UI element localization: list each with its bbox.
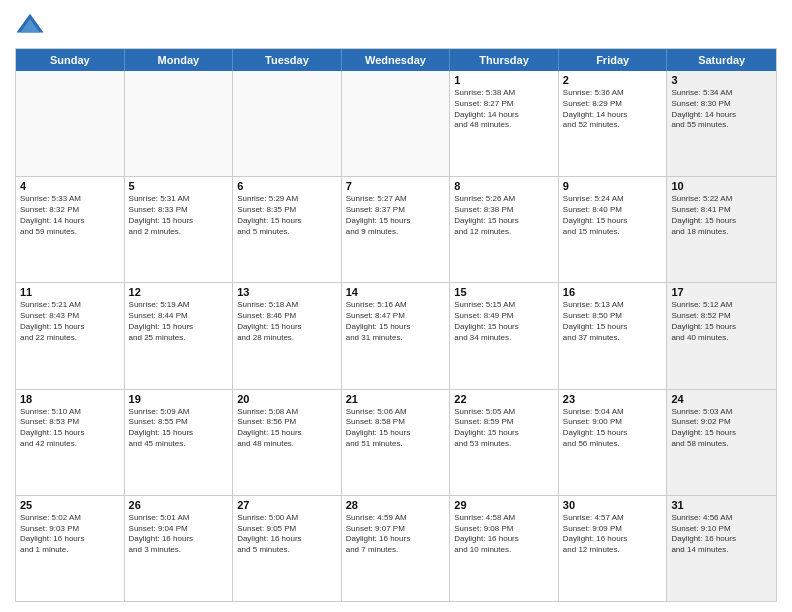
cal-cell-day-4: 4Sunrise: 5:33 AM Sunset: 8:32 PM Daylig…: [16, 177, 125, 282]
day-number: 8: [454, 180, 554, 192]
cal-cell-day-9: 9Sunrise: 5:24 AM Sunset: 8:40 PM Daylig…: [559, 177, 668, 282]
cell-info: Sunrise: 5:13 AM Sunset: 8:50 PM Dayligh…: [563, 300, 663, 343]
cell-info: Sunrise: 4:57 AM Sunset: 9:09 PM Dayligh…: [563, 513, 663, 556]
cal-cell-day-25: 25Sunrise: 5:02 AM Sunset: 9:03 PM Dayli…: [16, 496, 125, 601]
day-number: 9: [563, 180, 663, 192]
day-number: 25: [20, 499, 120, 511]
cell-info: Sunrise: 5:19 AM Sunset: 8:44 PM Dayligh…: [129, 300, 229, 343]
cal-cell-day-3: 3Sunrise: 5:34 AM Sunset: 8:30 PM Daylig…: [667, 71, 776, 176]
cell-info: Sunrise: 5:31 AM Sunset: 8:33 PM Dayligh…: [129, 194, 229, 237]
day-number: 24: [671, 393, 772, 405]
day-number: 19: [129, 393, 229, 405]
cal-cell-day-20: 20Sunrise: 5:08 AM Sunset: 8:56 PM Dayli…: [233, 390, 342, 495]
cal-cell-day-11: 11Sunrise: 5:21 AM Sunset: 8:43 PM Dayli…: [16, 283, 125, 388]
page: SundayMondayTuesdayWednesdayThursdayFrid…: [0, 0, 792, 612]
cell-info: Sunrise: 4:59 AM Sunset: 9:07 PM Dayligh…: [346, 513, 446, 556]
cal-cell-day-5: 5Sunrise: 5:31 AM Sunset: 8:33 PM Daylig…: [125, 177, 234, 282]
cal-cell-day-29: 29Sunrise: 4:58 AM Sunset: 9:08 PM Dayli…: [450, 496, 559, 601]
day-number: 11: [20, 286, 120, 298]
cell-info: Sunrise: 5:33 AM Sunset: 8:32 PM Dayligh…: [20, 194, 120, 237]
cell-info: Sunrise: 5:16 AM Sunset: 8:47 PM Dayligh…: [346, 300, 446, 343]
day-number: 3: [671, 74, 772, 86]
calendar-header: SundayMondayTuesdayWednesdayThursdayFrid…: [16, 49, 776, 71]
cal-cell-day-19: 19Sunrise: 5:09 AM Sunset: 8:55 PM Dayli…: [125, 390, 234, 495]
cell-info: Sunrise: 5:34 AM Sunset: 8:30 PM Dayligh…: [671, 88, 772, 131]
cal-cell-day-14: 14Sunrise: 5:16 AM Sunset: 8:47 PM Dayli…: [342, 283, 451, 388]
cal-cell-day-1: 1Sunrise: 5:38 AM Sunset: 8:27 PM Daylig…: [450, 71, 559, 176]
header-day-saturday: Saturday: [667, 49, 776, 71]
day-number: 4: [20, 180, 120, 192]
day-number: 15: [454, 286, 554, 298]
cell-info: Sunrise: 5:05 AM Sunset: 8:59 PM Dayligh…: [454, 407, 554, 450]
header: [15, 10, 777, 40]
cell-info: Sunrise: 5:15 AM Sunset: 8:49 PM Dayligh…: [454, 300, 554, 343]
cell-info: Sunrise: 5:08 AM Sunset: 8:56 PM Dayligh…: [237, 407, 337, 450]
cell-info: Sunrise: 5:22 AM Sunset: 8:41 PM Dayligh…: [671, 194, 772, 237]
cal-cell-day-24: 24Sunrise: 5:03 AM Sunset: 9:02 PM Dayli…: [667, 390, 776, 495]
cell-info: Sunrise: 5:29 AM Sunset: 8:35 PM Dayligh…: [237, 194, 337, 237]
calendar: SundayMondayTuesdayWednesdayThursdayFrid…: [15, 48, 777, 602]
cell-info: Sunrise: 5:10 AM Sunset: 8:53 PM Dayligh…: [20, 407, 120, 450]
day-number: 20: [237, 393, 337, 405]
day-number: 22: [454, 393, 554, 405]
header-day-wednesday: Wednesday: [342, 49, 451, 71]
cell-info: Sunrise: 5:12 AM Sunset: 8:52 PM Dayligh…: [671, 300, 772, 343]
cell-info: Sunrise: 5:01 AM Sunset: 9:04 PM Dayligh…: [129, 513, 229, 556]
cal-cell-day-18: 18Sunrise: 5:10 AM Sunset: 8:53 PM Dayli…: [16, 390, 125, 495]
cell-info: Sunrise: 5:02 AM Sunset: 9:03 PM Dayligh…: [20, 513, 120, 556]
day-number: 1: [454, 74, 554, 86]
day-number: 30: [563, 499, 663, 511]
cal-cell-day-21: 21Sunrise: 5:06 AM Sunset: 8:58 PM Dayli…: [342, 390, 451, 495]
cell-info: Sunrise: 5:38 AM Sunset: 8:27 PM Dayligh…: [454, 88, 554, 131]
cal-cell-day-2: 2Sunrise: 5:36 AM Sunset: 8:29 PM Daylig…: [559, 71, 668, 176]
cell-info: Sunrise: 5:03 AM Sunset: 9:02 PM Dayligh…: [671, 407, 772, 450]
day-number: 17: [671, 286, 772, 298]
day-number: 10: [671, 180, 772, 192]
cal-cell-day-27: 27Sunrise: 5:00 AM Sunset: 9:05 PM Dayli…: [233, 496, 342, 601]
day-number: 27: [237, 499, 337, 511]
day-number: 5: [129, 180, 229, 192]
cal-cell-day-26: 26Sunrise: 5:01 AM Sunset: 9:04 PM Dayli…: [125, 496, 234, 601]
day-number: 7: [346, 180, 446, 192]
cal-cell-day-13: 13Sunrise: 5:18 AM Sunset: 8:46 PM Dayli…: [233, 283, 342, 388]
cal-cell-day-6: 6Sunrise: 5:29 AM Sunset: 8:35 PM Daylig…: [233, 177, 342, 282]
cal-cell-day-10: 10Sunrise: 5:22 AM Sunset: 8:41 PM Dayli…: [667, 177, 776, 282]
day-number: 26: [129, 499, 229, 511]
header-day-tuesday: Tuesday: [233, 49, 342, 71]
cal-cell-empty-0-2: [233, 71, 342, 176]
cal-cell-day-16: 16Sunrise: 5:13 AM Sunset: 8:50 PM Dayli…: [559, 283, 668, 388]
header-day-thursday: Thursday: [450, 49, 559, 71]
day-number: 23: [563, 393, 663, 405]
cal-cell-day-30: 30Sunrise: 4:57 AM Sunset: 9:09 PM Dayli…: [559, 496, 668, 601]
cell-info: Sunrise: 5:04 AM Sunset: 9:00 PM Dayligh…: [563, 407, 663, 450]
cell-info: Sunrise: 5:36 AM Sunset: 8:29 PM Dayligh…: [563, 88, 663, 131]
day-number: 29: [454, 499, 554, 511]
cal-cell-day-8: 8Sunrise: 5:26 AM Sunset: 8:38 PM Daylig…: [450, 177, 559, 282]
cal-row-4: 25Sunrise: 5:02 AM Sunset: 9:03 PM Dayli…: [16, 495, 776, 601]
cal-cell-empty-0-3: [342, 71, 451, 176]
cal-cell-empty-0-1: [125, 71, 234, 176]
cal-cell-day-17: 17Sunrise: 5:12 AM Sunset: 8:52 PM Dayli…: [667, 283, 776, 388]
cal-cell-day-23: 23Sunrise: 5:04 AM Sunset: 9:00 PM Dayli…: [559, 390, 668, 495]
calendar-body: 1Sunrise: 5:38 AM Sunset: 8:27 PM Daylig…: [16, 71, 776, 601]
cal-cell-day-22: 22Sunrise: 5:05 AM Sunset: 8:59 PM Dayli…: [450, 390, 559, 495]
day-number: 31: [671, 499, 772, 511]
cal-row-0: 1Sunrise: 5:38 AM Sunset: 8:27 PM Daylig…: [16, 71, 776, 176]
cell-info: Sunrise: 5:26 AM Sunset: 8:38 PM Dayligh…: [454, 194, 554, 237]
cal-cell-day-31: 31Sunrise: 4:56 AM Sunset: 9:10 PM Dayli…: [667, 496, 776, 601]
cal-cell-day-28: 28Sunrise: 4:59 AM Sunset: 9:07 PM Dayli…: [342, 496, 451, 601]
cell-info: Sunrise: 5:27 AM Sunset: 8:37 PM Dayligh…: [346, 194, 446, 237]
cell-info: Sunrise: 5:09 AM Sunset: 8:55 PM Dayligh…: [129, 407, 229, 450]
cell-info: Sunrise: 5:06 AM Sunset: 8:58 PM Dayligh…: [346, 407, 446, 450]
header-day-friday: Friday: [559, 49, 668, 71]
cal-cell-empty-0-0: [16, 71, 125, 176]
cal-row-2: 11Sunrise: 5:21 AM Sunset: 8:43 PM Dayli…: [16, 282, 776, 388]
cell-info: Sunrise: 5:24 AM Sunset: 8:40 PM Dayligh…: [563, 194, 663, 237]
day-number: 13: [237, 286, 337, 298]
cal-cell-day-12: 12Sunrise: 5:19 AM Sunset: 8:44 PM Dayli…: [125, 283, 234, 388]
cal-row-3: 18Sunrise: 5:10 AM Sunset: 8:53 PM Dayli…: [16, 389, 776, 495]
cell-info: Sunrise: 4:58 AM Sunset: 9:08 PM Dayligh…: [454, 513, 554, 556]
cal-cell-day-7: 7Sunrise: 5:27 AM Sunset: 8:37 PM Daylig…: [342, 177, 451, 282]
day-number: 6: [237, 180, 337, 192]
day-number: 18: [20, 393, 120, 405]
